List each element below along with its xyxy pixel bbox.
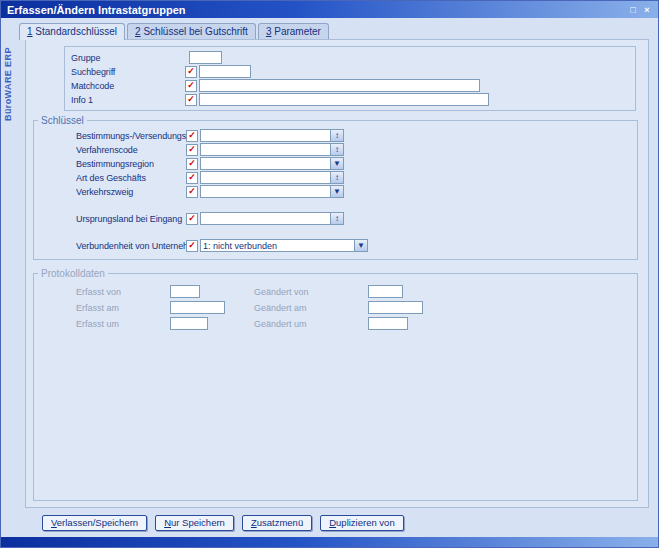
info1-input[interactable] — [199, 93, 489, 106]
close-button[interactable]: × — [640, 4, 654, 16]
tab-label: Standardschlüssel — [33, 26, 118, 37]
window-title: Erfassen/Ändern Intrastatgruppen — [7, 4, 626, 16]
dropdown-button[interactable]: ▼ — [331, 157, 344, 170]
check-button[interactable]: ✓ — [186, 240, 198, 252]
window-body: BüroWARE ERP 1 Standardschlüssel 2 Schlü… — [1, 18, 658, 537]
verlassen-speichern-button[interactable]: Verlassen/Speichern — [42, 515, 147, 531]
window-restore-button[interactable]: □ — [626, 4, 640, 16]
geaendert-um-input[interactable] — [368, 317, 408, 330]
geaendert-am-input[interactable] — [368, 301, 423, 314]
check-button[interactable]: ✓ — [186, 213, 198, 225]
ursprungsland-input[interactable] — [200, 212, 331, 225]
matchcode-input[interactable] — [199, 79, 480, 92]
check-icon: ✓ — [188, 241, 196, 250]
nur-speichern-button[interactable]: Nur Speichern — [155, 515, 234, 531]
check-button[interactable]: ✓ — [186, 144, 198, 156]
brand-sidebar: BüroWARE ERP — [1, 18, 16, 537]
bestimmungsregion-label: Bestimmungsregion — [76, 159, 186, 169]
spinner-button[interactable]: ↕ — [331, 129, 344, 142]
spinner-button[interactable]: ↕ — [331, 212, 344, 225]
zusatzmenu-button[interactable]: Zusatzmenü — [242, 515, 312, 531]
main-area: 1 Standardschlüssel 2 Schlüssel bei Guts… — [16, 18, 658, 537]
field-row: Erfasst am Geändert am — [34, 300, 637, 315]
suchbegriff-input[interactable] — [199, 65, 251, 78]
tab-standardschluessel[interactable]: 1 Standardschlüssel — [19, 23, 125, 40]
tab-bar: 1 Standardschlüssel 2 Schlüssel bei Guts… — [16, 18, 658, 39]
field-row: Erfasst von Geändert von — [34, 284, 637, 299]
brand-text: BüroWARE ERP — [3, 47, 13, 121]
erfasst-am-label: Erfasst am — [76, 303, 170, 313]
check-button[interactable]: ✓ — [185, 94, 197, 106]
chevron-down-icon: ▼ — [333, 160, 341, 168]
check-button[interactable]: ✓ — [186, 186, 198, 198]
verfahrenscode-label: Verfahrenscode — [76, 145, 186, 155]
check-icon: ✓ — [188, 131, 196, 140]
protokolldaten-group: Protokolldaten Erfasst von Geändert von … — [33, 268, 638, 501]
dropdown-button[interactable]: ▼ — [331, 185, 344, 198]
spinner-button[interactable]: ↕ — [331, 143, 344, 156]
check-button[interactable]: ✓ — [186, 130, 198, 142]
check-icon: ✓ — [188, 145, 196, 154]
verbundenheit-select[interactable] — [200, 239, 355, 252]
check-icon: ✓ — [187, 81, 195, 90]
content-panel: Gruppe Suchbegriff ✓ Matchcode ✓ — [25, 39, 649, 508]
tab-label: Schlüssel bei Gutschrift — [141, 26, 248, 37]
check-button[interactable]: ✓ — [186, 158, 198, 170]
erfasst-von-label: Erfasst von — [76, 287, 170, 297]
button-label: erlassen/Speichern — [57, 517, 138, 528]
verkehrszweig-select[interactable] — [200, 185, 331, 198]
check-button[interactable]: ✓ — [185, 66, 197, 78]
chevron-down-icon: ▼ — [357, 242, 365, 250]
erfasst-von-input[interactable] — [170, 285, 200, 298]
schluessel-group: Schlüssel Bestimmungs-/Versendungsland ✓… — [33, 115, 638, 260]
schluessel-legend: Schlüssel — [38, 115, 87, 126]
spinner-button[interactable]: ↕ — [331, 171, 344, 184]
erfasst-am-input[interactable] — [170, 301, 225, 314]
check-icon: ✓ — [188, 173, 196, 182]
field-row: Bestimmungs-/Versendungsland ✓ ↕ — [34, 129, 637, 142]
button-mnemonic: N — [164, 517, 171, 528]
field-row: Verkehrszweig ✓ ▼ — [34, 185, 637, 198]
geaendert-um-label: Geändert um — [254, 319, 368, 329]
window-resize-bar — [1, 537, 658, 547]
field-row: Verfahrenscode ✓ ↕ — [34, 143, 637, 156]
check-icon: ✓ — [187, 95, 195, 104]
field-row: Bestimmungsregion ✓ ▼ — [34, 157, 637, 170]
geaendert-von-input[interactable] — [368, 285, 403, 298]
art-des-geschaefts-label: Art des Geschäfts — [76, 173, 186, 183]
general-fields-box: Gruppe Suchbegriff ✓ Matchcode ✓ — [64, 46, 636, 111]
field-row: Gruppe — [71, 51, 629, 64]
art-des-geschaefts-input[interactable] — [200, 171, 331, 184]
ursprungsland-label: Ursprungsland bei Eingang — [76, 214, 186, 224]
updown-arrows-icon: ↕ — [335, 215, 339, 223]
app-window: Erfassen/Ändern Intrastatgruppen □ × Bür… — [0, 0, 659, 548]
check-button[interactable]: ✓ — [185, 80, 197, 92]
erfasst-um-label: Erfasst um — [76, 319, 170, 329]
window-restore-icon: □ — [630, 5, 635, 15]
titlebar[interactable]: Erfassen/Ändern Intrastatgruppen □ × — [1, 1, 658, 18]
button-label: usatzmenü — [257, 517, 303, 528]
geaendert-von-label: Geändert von — [254, 287, 368, 297]
bestimmungs-versendungsland-input[interactable] — [200, 129, 331, 142]
check-button[interactable]: ✓ — [186, 172, 198, 184]
updown-arrows-icon: ↕ — [335, 174, 339, 182]
duplizieren-von-button[interactable]: Duplizieren von — [320, 515, 404, 531]
geaendert-am-label: Geändert am — [254, 303, 368, 313]
bestimmungsregion-select[interactable] — [200, 157, 331, 170]
button-label: uplizieren von — [336, 517, 395, 528]
field-row: Suchbegriff ✓ — [71, 65, 629, 78]
matchcode-label: Matchcode — [71, 81, 185, 91]
check-icon: ✓ — [188, 159, 196, 168]
verfahrenscode-input[interactable] — [200, 143, 331, 156]
bestimmungs-versendungsland-label: Bestimmungs-/Versendungsland — [76, 131, 186, 141]
chevron-down-icon: ▼ — [333, 188, 341, 196]
check-icon: ✓ — [188, 187, 196, 196]
gruppe-input[interactable] — [189, 51, 222, 64]
info1-label: Info 1 — [71, 95, 185, 105]
check-icon: ✓ — [187, 67, 195, 76]
erfasst-um-input[interactable] — [170, 317, 208, 330]
gruppe-label: Gruppe — [71, 53, 185, 63]
tab-schluessel-bei-gutschrift[interactable]: 2 Schlüssel bei Gutschrift — [127, 23, 256, 39]
dropdown-button[interactable]: ▼ — [355, 239, 368, 252]
tab-parameter[interactable]: 3 Parameter — [258, 23, 329, 39]
